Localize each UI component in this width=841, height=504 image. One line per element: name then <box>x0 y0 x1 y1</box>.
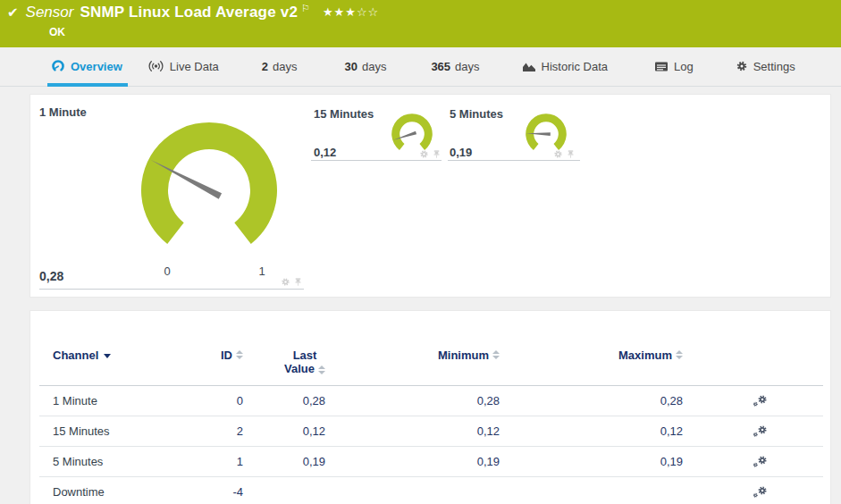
sort-desc-icon <box>104 354 111 358</box>
live-data-icon <box>147 60 164 72</box>
channels-table-panel: Channel ID Last Value Minimum Maximum <box>29 310 831 504</box>
tab-label: Live Data <box>170 60 219 73</box>
cell-minimum: 0,19 <box>325 455 500 468</box>
tab-365-days[interactable]: 365 days <box>431 53 479 86</box>
tab-2-days[interactable]: 2 days <box>262 53 298 86</box>
tab-label: Settings <box>753 60 795 73</box>
sort-icon <box>236 350 243 359</box>
sensor-status-header: ✔ Sensor SNMP Linux Load Average v2 ⚐ ★★… <box>0 0 841 47</box>
tab-30-days[interactable]: 30 days <box>344 53 386 86</box>
gauge-cell-divider <box>448 160 580 161</box>
tab-settings[interactable]: Settings <box>736 53 795 86</box>
column-header-id[interactable]: ID <box>209 349 243 375</box>
column-header-minimum[interactable]: Minimum <box>325 349 500 375</box>
priority-flag-icon[interactable]: ⚐ <box>301 3 310 14</box>
cell-channel: 15 Minutes <box>39 424 209 438</box>
tab-live-data[interactable]: Live Data <box>147 53 219 86</box>
gauge-scale-max: 1 <box>255 265 269 278</box>
table-body: 1 Minute 0 0,28 0,28 0,28 15 Minutes 2 0… <box>39 386 823 504</box>
column-header-last-value[interactable]: Last Value <box>243 349 325 375</box>
tab-number: 30 <box>344 60 357 73</box>
sensor-title: SNMP Linux Load Average v2 <box>80 4 298 21</box>
gauge-pin-icon[interactable] <box>432 149 442 159</box>
tab-label: days <box>455 60 479 73</box>
tab-label: Historic Data <box>542 60 608 73</box>
channel-settings-gears-icon[interactable] <box>753 424 768 439</box>
column-header-channel[interactable]: Channel <box>39 349 209 375</box>
sort-icon <box>492 350 500 359</box>
table-row: Downtime -4 <box>39 477 823 504</box>
cell-id: 2 <box>209 424 243 438</box>
priority-star-rating[interactable]: ★★★☆☆ <box>323 5 379 19</box>
gauge-pin-icon[interactable] <box>293 277 303 287</box>
gauge-icon <box>51 59 65 73</box>
tab-number: 2 <box>262 60 268 73</box>
channel-settings-gears-icon[interactable] <box>753 455 768 469</box>
gauge-settings-gear-icon[interactable] <box>419 149 429 159</box>
gauge-value-1-minute: 0,28 <box>39 269 63 283</box>
gauge-settings-gear-icon[interactable] <box>553 149 563 159</box>
gauge-settings-gear-icon[interactable] <box>281 277 290 287</box>
tab-label: days <box>362 60 386 73</box>
cell-maximum: 0,28 <box>500 394 683 407</box>
gauge-cell-divider <box>39 289 304 290</box>
tab-historic-data[interactable]: Historic Data <box>522 53 608 86</box>
cell-maximum: 0,12 <box>500 424 683 438</box>
column-header-maximum[interactable]: Maximum <box>500 349 683 375</box>
cell-id: -4 <box>209 485 243 499</box>
table-header-row: Channel ID Last Value Minimum Maximum <box>39 349 823 375</box>
cell-id: 0 <box>209 394 243 407</box>
prtg-sensor-page: ✔ Sensor SNMP Linux Load Average v2 ⚐ ★★… <box>0 0 841 504</box>
tab-overview[interactable]: Overview <box>51 53 122 86</box>
gauge-title-5-minutes: 5 Minutes <box>450 107 503 121</box>
cell-id: 1 <box>209 455 243 468</box>
table-row: 5 Minutes 1 0,19 0,19 0,19 <box>39 447 823 477</box>
table-row: 15 Minutes 2 0,12 0,12 0,12 <box>39 416 823 447</box>
gauge-chart-1-minute <box>138 119 281 262</box>
cell-channel: 1 Minute <box>39 394 209 407</box>
channel-settings-gears-icon[interactable] <box>753 485 768 500</box>
gauge-value-15-minutes: 0,12 <box>314 146 336 159</box>
tab-number: 365 <box>431 60 450 73</box>
cell-channel: Downtime <box>39 485 209 499</box>
cell-channel: 5 Minutes <box>39 455 209 468</box>
status-ok-check-icon: ✔ <box>7 4 19 21</box>
sensor-status-text: OK <box>49 26 65 38</box>
area-chart-icon <box>522 61 536 72</box>
tab-log[interactable]: Log <box>654 53 694 86</box>
cell-last-value: 0,19 <box>243 455 325 468</box>
cell-last-value: 0,12 <box>243 424 325 438</box>
cell-last-value: 0,28 <box>243 394 325 407</box>
tab-label: Log <box>674 60 694 73</box>
cell-maximum: 0,19 <box>500 455 683 468</box>
tab-bar: Overview Live Data 2 days 30 days 365 da… <box>0 47 841 87</box>
gear-icon <box>736 60 748 72</box>
gauge-value-5-minutes: 0,19 <box>450 146 472 159</box>
channel-settings-gears-icon[interactable] <box>753 394 768 408</box>
log-icon <box>654 61 669 72</box>
gauge-scale-min: 0 <box>160 265 174 278</box>
sort-icon <box>676 350 683 359</box>
gauge-title-1-minute: 1 Minute <box>39 105 87 119</box>
sensor-kind-label: Sensor <box>26 4 74 21</box>
table-row: 1 Minute 0 0,28 0,28 0,28 <box>39 386 823 416</box>
gauges-panel: 1 Minute 0 1 0,28 15 Minutes 0,12 5 Minu… <box>29 94 831 298</box>
cell-minimum: 0,12 <box>325 424 500 438</box>
gauge-cell-divider <box>311 160 442 161</box>
gauge-pin-icon[interactable] <box>566 149 576 159</box>
sort-icon <box>318 365 325 374</box>
tab-label: days <box>273 60 297 73</box>
tab-label: Overview <box>71 60 122 73</box>
cell-minimum: 0,28 <box>325 394 500 407</box>
gauge-title-15-minutes: 15 Minutes <box>314 107 374 121</box>
